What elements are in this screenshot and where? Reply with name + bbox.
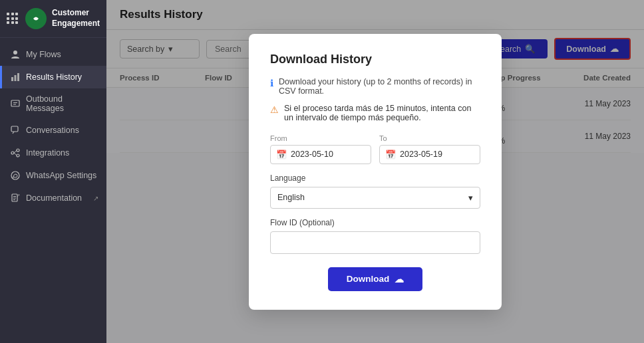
info-icon: ℹ	[270, 78, 273, 88]
warning-icon: ⚠	[270, 104, 279, 115]
sidebar-item-my-flows[interactable]: My Flows	[0, 43, 106, 66]
sidebar-item-conversations[interactable]: Conversations	[0, 119, 106, 142]
from-date-label: From	[270, 134, 371, 142]
date-range-row: From 📅 To 📅	[270, 134, 480, 164]
sidebar-item-integrations[interactable]: Integrations	[0, 142, 106, 164]
chat-icon	[10, 125, 21, 136]
modal-footer: Download ☁	[270, 267, 480, 291]
svg-rect-6	[11, 126, 18, 132]
external-link-icon: ↗	[93, 195, 98, 202]
chevron-down-icon: ▾	[468, 193, 473, 203]
from-date-input[interactable]	[291, 150, 365, 159]
sidebar: Customer Engagement My Flows Results His…	[0, 0, 106, 343]
sidebar-item-whatsapp-settings[interactable]: WhatsApp Settings	[0, 164, 106, 187]
svg-rect-5	[11, 100, 19, 106]
sidebar-nav: My Flows Results History Outbound Messag…	[0, 38, 106, 343]
whatsapp-icon	[10, 170, 21, 181]
svg-text:↗: ↗	[17, 193, 20, 197]
flow-id-input[interactable]	[270, 231, 480, 254]
integrations-icon	[10, 148, 21, 158]
person-icon	[10, 49, 21, 60]
flow-id-label: Flow ID (Optional)	[270, 218, 480, 227]
to-date-input[interactable]	[400, 150, 474, 159]
calendar-icon-from: 📅	[276, 150, 287, 160]
modal-overlay: Download History ℹ Download your history…	[106, 0, 644, 343]
download-history-modal: Download History ℹ Download your history…	[249, 34, 502, 310]
chart-icon	[10, 72, 21, 82]
doc-icon: ↗	[10, 193, 21, 203]
svg-rect-3	[15, 75, 17, 81]
language-select[interactable]: English ▾	[270, 187, 480, 209]
svg-rect-4	[17, 73, 19, 81]
modal-download-button[interactable]: Download ☁	[328, 267, 423, 291]
sidebar-item-outbound-messages[interactable]: Outbound Messages	[0, 88, 106, 119]
from-date-input-wrap[interactable]: 📅	[270, 145, 371, 164]
sidebar-item-documentation[interactable]: ↗ Documentation ↗	[0, 187, 106, 209]
sidebar-item-results-history[interactable]: Results History	[0, 66, 106, 88]
svg-rect-2	[11, 77, 13, 81]
sidebar-header: Customer Engagement	[0, 0, 106, 38]
svg-point-12	[11, 172, 19, 179]
apps-grid-icon[interactable]	[7, 13, 19, 25]
modal-warn-message: ⚠ Si el proceso tarda más de 15 minutos,…	[270, 104, 480, 122]
svg-line-10	[14, 151, 17, 154]
svg-point-7	[11, 152, 14, 154]
to-date-field: To 📅	[379, 134, 480, 164]
cloud-upload-icon: ☁	[395, 274, 404, 285]
from-date-field: From 📅	[270, 134, 371, 164]
svg-point-9	[17, 154, 19, 157]
app-title: Customer Engagement	[52, 8, 100, 29]
svg-line-11	[14, 153, 17, 156]
to-date-label: To	[379, 134, 480, 142]
modal-title: Download History	[270, 53, 480, 66]
modal-info-message: ℹ Download your history (up to 2 months …	[270, 77, 480, 96]
to-date-input-wrap[interactable]: 📅	[379, 145, 480, 164]
svg-point-1	[13, 51, 17, 55]
svg-point-8	[17, 149, 19, 152]
calendar-icon-to: 📅	[385, 150, 396, 160]
message-icon	[10, 98, 21, 109]
language-label: Language	[270, 173, 480, 183]
main-content: Results History Search by ▾ Search 🔍 Dow…	[106, 0, 644, 343]
app-logo	[25, 8, 47, 29]
